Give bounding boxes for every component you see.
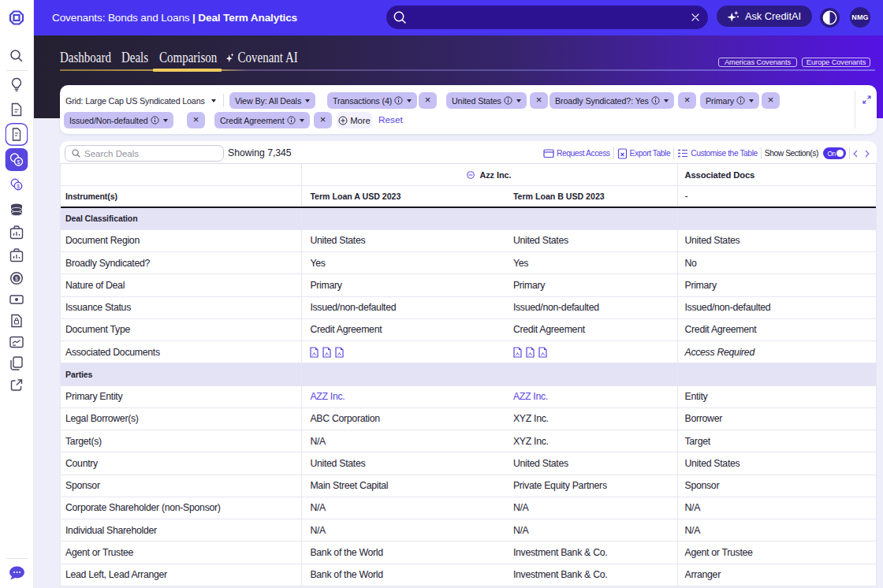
svg-text:$: $ [17,159,20,165]
svg-text:$: $ [17,184,20,189]
svg-text:$: $ [15,276,18,281]
